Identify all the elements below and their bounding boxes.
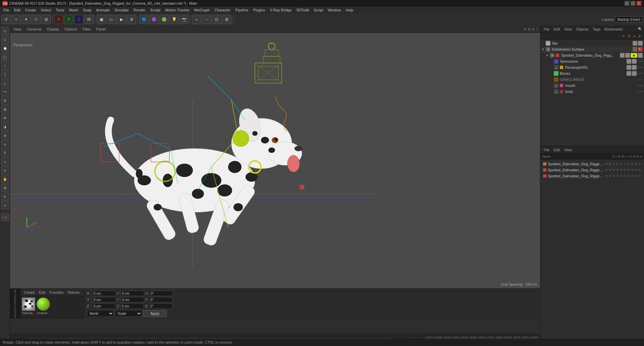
viewport-icon-3[interactable]: ⊟ bbox=[532, 27, 535, 31]
dal-icon2[interactable] bbox=[625, 53, 630, 58]
magnet-tool[interactable]: ∪ bbox=[1, 140, 9, 148]
view-menu[interactable]: View bbox=[12, 26, 23, 32]
clamp-tool[interactable]: ⊝ bbox=[1, 131, 9, 139]
obj-sky[interactable]: ☁ Sky bbox=[540, 40, 644, 46]
dal-yellow-icon[interactable]: ■ bbox=[631, 53, 637, 58]
obj-objects-menu[interactable]: Objects bbox=[575, 26, 590, 32]
motion-btn[interactable]: 🟢 bbox=[159, 15, 169, 24]
menu-item-create[interactable]: Create bbox=[23, 7, 38, 13]
panel-menu[interactable]: Panel bbox=[95, 26, 107, 32]
obj-mouth[interactable]: △ mouth ⋯ bbox=[540, 82, 644, 89]
boole-tool[interactable]: ◑ bbox=[1, 123, 9, 131]
attr-bones-row[interactable]: Spotted_Dalmatian_Dog_Rigged_Bones ⊡ ⊡ ⊡… bbox=[542, 167, 643, 173]
obj-xpressions[interactable]: X Xpressions ⋯ bbox=[540, 58, 644, 64]
window-controls[interactable]: — □ ✕ bbox=[625, 1, 641, 6]
x-pos-input[interactable] bbox=[92, 291, 116, 296]
obj-ganglimage[interactable]: △ GANGLIMAGE ⋯ bbox=[540, 76, 644, 82]
dal-icon3[interactable] bbox=[638, 53, 643, 58]
texture-tool[interactable]: 🔲 bbox=[1, 44, 9, 52]
x-axis-btn[interactable]: X bbox=[54, 15, 63, 24]
apply-button[interactable]: Apply bbox=[143, 310, 167, 317]
x-size-input[interactable] bbox=[121, 291, 144, 296]
obj-dalmatian[interactable]: ▼ ⊕ Spotted_Dalmatian_Dog_Rigg... ■ bbox=[540, 52, 644, 58]
display-menu[interactable]: Display bbox=[46, 26, 60, 32]
xp-icon1[interactable] bbox=[627, 59, 631, 64]
subdiv-icon1[interactable] bbox=[633, 47, 637, 52]
paint-brush[interactable]: ╲ bbox=[1, 70, 9, 78]
scale-tool[interactable]: ⊞ bbox=[42, 15, 51, 24]
rect-icon2[interactable] bbox=[632, 65, 637, 70]
slide-tool[interactable]: ≡ bbox=[1, 192, 9, 200]
obj-view-menu[interactable]: View bbox=[563, 26, 574, 32]
attr-ctrl-row[interactable]: Spotted_Dalmatian_Dog_Rigged_Controllers… bbox=[542, 173, 643, 179]
obj-bones[interactable]: ⟊ Bones ⋯ bbox=[540, 70, 644, 76]
b-rot-input[interactable] bbox=[149, 303, 172, 309]
mat-create-menu[interactable]: Create bbox=[22, 290, 36, 295]
menu-item-simulate[interactable]: Simulate bbox=[112, 7, 131, 13]
z-pos-input[interactable] bbox=[92, 303, 116, 309]
menu-item-edit[interactable]: Edit bbox=[12, 7, 22, 13]
mat-texture-menu[interactable]: Texture bbox=[66, 290, 81, 295]
y-size-input[interactable] bbox=[121, 297, 144, 302]
obj-file-menu[interactable]: File bbox=[542, 26, 551, 32]
render-settings[interactable]: ⚙ bbox=[127, 15, 136, 24]
xp-icon2[interactable] bbox=[632, 59, 637, 64]
menu-item-mograph[interactable]: MoGraph bbox=[192, 7, 212, 13]
mat-function-menu[interactable]: Function bbox=[48, 290, 65, 295]
mat-controller[interactable]: Controll... bbox=[37, 297, 50, 315]
paint-btn[interactable]: 🟣 bbox=[149, 15, 159, 24]
menu-item-sculpt[interactable]: Sculpt bbox=[148, 7, 163, 13]
sculpt-brush[interactable]: ◯ bbox=[1, 53, 9, 61]
world-select[interactable]: World bbox=[87, 310, 114, 317]
obj-rectangle[interactable]: △ Rectangle051 ⋯ bbox=[540, 64, 644, 70]
menu-item-render[interactable]: Render bbox=[131, 7, 148, 13]
options-menu[interactable]: Options bbox=[63, 26, 78, 32]
view2-btn[interactable]: ▫ bbox=[202, 15, 211, 24]
render-to-po[interactable]: ▶ bbox=[117, 15, 126, 24]
menu-item-help[interactable]: Help bbox=[344, 7, 356, 13]
attr-view-menu[interactable]: View bbox=[563, 147, 574, 153]
sky-vis-icon[interactable] bbox=[638, 41, 643, 46]
camera-btn[interactable]: 📷 bbox=[179, 15, 189, 24]
view1-btn[interactable]: ▪ bbox=[192, 15, 201, 24]
spline-tool[interactable]: 〜 bbox=[1, 88, 9, 96]
extrude-tool[interactable]: ⧉ bbox=[1, 114, 9, 122]
maximize-button[interactable]: □ bbox=[631, 1, 635, 6]
mat-edit-menu[interactable]: Edit bbox=[38, 290, 47, 295]
p-rot-input[interactable] bbox=[149, 297, 172, 302]
attr-file-menu[interactable]: File bbox=[542, 147, 551, 153]
weld-tool[interactable]: ∿ bbox=[1, 158, 9, 166]
menu-item-file[interactable]: File bbox=[1, 7, 11, 13]
sky-edit-icon[interactable] bbox=[633, 41, 637, 46]
attr-edit-menu[interactable]: Edit bbox=[552, 147, 561, 153]
y-axis-btn[interactable]: Y bbox=[64, 15, 73, 24]
menu-item-pipeline[interactable]: Pipeline bbox=[233, 7, 250, 13]
model-tool[interactable]: ⬡ bbox=[1, 36, 9, 44]
search-icon[interactable]: 🔍 bbox=[638, 27, 642, 31]
h-rot-input[interactable] bbox=[149, 291, 173, 296]
y-pos-input[interactable] bbox=[92, 297, 116, 302]
select-tool[interactable]: ◇ bbox=[1, 27, 9, 35]
viewport-icon-4[interactable]: ☆ bbox=[536, 27, 539, 31]
rect-icon1[interactable] bbox=[627, 65, 631, 70]
menu-item-snap[interactable]: Snap bbox=[81, 7, 94, 13]
menu-item-script[interactable]: Script bbox=[312, 7, 325, 13]
viewport-icon-1[interactable]: ⊕ bbox=[524, 27, 527, 31]
menu-item-v-ray-bridge[interactable]: V-Ray Bridge bbox=[268, 7, 294, 13]
obj-bookmarks-menu[interactable]: Bookmarks bbox=[603, 26, 624, 32]
menu-item-select[interactable]: Select bbox=[39, 7, 53, 13]
sculpt-btn[interactable]: 🔵 bbox=[139, 15, 149, 24]
grab-tool[interactable]: ✋ bbox=[1, 175, 9, 183]
viewport-icon-2[interactable]: ⊞ bbox=[528, 27, 531, 31]
undo-button[interactable]: ↺ bbox=[1, 15, 11, 24]
knife-tool[interactable]: ⊥ bbox=[1, 79, 9, 87]
menu-item-animate[interactable]: Animate bbox=[94, 7, 112, 13]
menu-item-plugins[interactable]: Plugins bbox=[251, 7, 267, 13]
minimize-button[interactable]: — bbox=[625, 1, 629, 6]
bridge-tool[interactable]: S bbox=[1, 97, 9, 105]
bones-icon1[interactable] bbox=[627, 71, 631, 76]
loop-tool[interactable]: ⊞ bbox=[1, 105, 9, 113]
filter-menu[interactable]: Filter bbox=[81, 26, 92, 32]
menu-item-3dtoall[interactable]: 3DToAll bbox=[294, 7, 311, 13]
menu-item-character[interactable]: Character bbox=[212, 7, 232, 13]
